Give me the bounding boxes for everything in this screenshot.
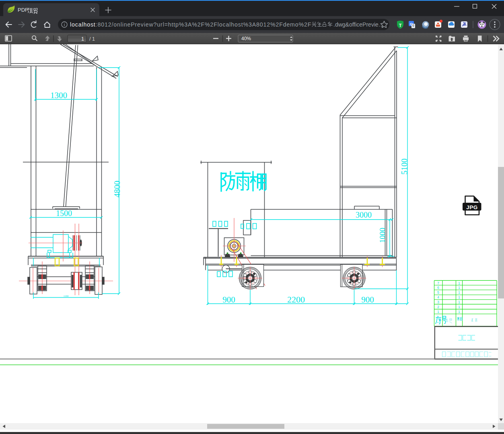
svg-text:40%: 40% <box>241 36 251 41</box>
svg-text:1: 1 <box>81 36 84 42</box>
svg-text:PDF: PDF <box>18 7 28 13</box>
svg-text:.dwg&officePrevie…: .dwg&officePrevie… <box>333 21 384 28</box>
svg-text:/ 1: / 1 <box>89 36 95 42</box>
svg-text:localhost:8012/onlinePreview?u: localhost:8012/onlinePreview?url=http%3A… <box>70 21 311 28</box>
svg-text:T: T <box>399 23 402 28</box>
